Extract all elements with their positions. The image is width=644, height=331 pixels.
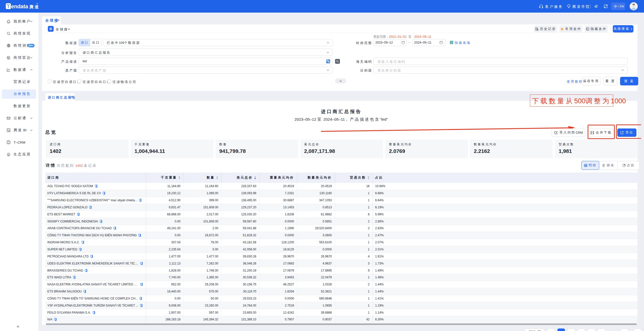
svg-text:BI: BI <box>8 130 10 131</box>
